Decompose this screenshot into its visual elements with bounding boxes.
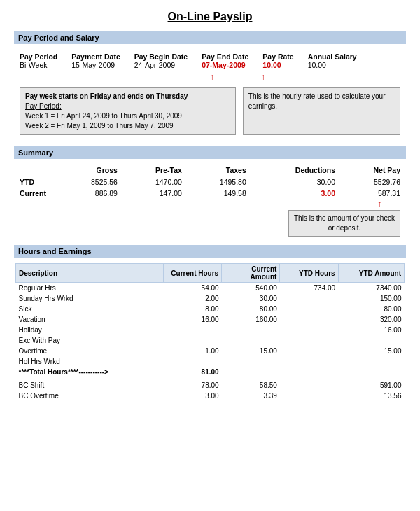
summary-table: Gross Pre-Tax Taxes Deductions Net Pay Y…	[15, 164, 405, 199]
ytd-netpay: 5529.76	[340, 176, 405, 188]
he-ytd-hours-bc-overtime	[280, 391, 338, 401]
he-total-desc: ****Total Hours****----------->	[16, 367, 164, 377]
he-total-ytd-hours	[280, 367, 338, 377]
pay-rate-note-text: This is the hourly rate used to calculat…	[248, 92, 386, 110]
he-desc-hol-hrs-wrkd: Hol Hrs Wrkd	[16, 356, 164, 367]
he-cur-hours-overtime: 1.00	[163, 346, 221, 356]
payment-date-value: 15-May-2009	[71, 61, 115, 69]
payment-date-label: Payment Date	[71, 52, 120, 61]
he-cur-amount-sunday: 30.00	[222, 293, 280, 304]
he-cur-hours-sick: 8.00	[163, 304, 221, 314]
he-col-desc: Description	[16, 264, 164, 283]
he-desc-sunday: Sunday Hrs Wrkd	[16, 293, 164, 304]
he-ytd-amount-overtime: 15.00	[338, 346, 404, 356]
pay-period-label: Pay Period	[20, 52, 57, 61]
pay-period-note: Pay week starts on Friday and ends on Th…	[20, 88, 236, 135]
pay-rate-arrow: ↑	[261, 72, 265, 82]
he-desc-bc-overtime: BC Overtime	[16, 391, 164, 401]
pay-end-arrow: ↑	[210, 72, 214, 82]
net-pay-note-container: This is the amount of your check or depo…	[15, 210, 405, 237]
he-cur-hours-hol	[163, 356, 221, 367]
he-cur-hours-sunday: 2.00	[163, 293, 221, 304]
he-total-cur-hours: 81.00	[163, 367, 221, 377]
summary-col-pretax: Pre-Tax	[122, 164, 186, 176]
he-cur-amount-bc-overtime: 3.39	[222, 391, 280, 401]
page-title: On-Line Payslip	[14, 10, 406, 23]
he-ytd-amount-bc-shift: 591.00	[338, 380, 404, 391]
summary-current-row: Current 886.89 147.00 149.58 3.00 587.31	[15, 188, 405, 199]
current-label: Current	[15, 188, 57, 199]
ytd-gross: 8525.56	[57, 176, 122, 188]
he-total-row: ****Total Hours****-----------> 81.00	[16, 367, 405, 377]
annual-salary-col: Annual Salary 10.00	[308, 52, 357, 69]
current-deductions: 3.00	[251, 188, 340, 199]
he-total-ytd-amount	[338, 367, 404, 377]
annual-salary-label: Annual Salary	[308, 52, 357, 61]
summary-col-gross: Gross	[57, 164, 122, 176]
he-cur-hours-regular: 54.00	[163, 283, 221, 294]
annual-salary-value: 10.00	[308, 61, 326, 69]
summary-col-deductions: Deductions	[251, 164, 340, 176]
he-col-cur-hours: Current Hours	[163, 264, 221, 283]
he-row-exc-with-pay: Exc With Pay	[16, 335, 405, 346]
current-taxes: 149.58	[186, 188, 251, 199]
he-ytd-hours-sick	[280, 304, 338, 314]
net-pay-note: This is the amount of your check or depo…	[288, 210, 400, 237]
he-row-overtime: Overtime 1.00 15.00 15.00	[16, 346, 405, 356]
he-ytd-amount-hol	[338, 356, 404, 367]
he-cur-amount-hol	[222, 356, 280, 367]
summary-ytd-row: YTD 8525.56 1470.00 1495.80 30.00 5529.7…	[15, 176, 405, 188]
current-pretax: 147.00	[122, 188, 186, 199]
summary-section: Summary Gross Pre-Tax Taxes Deductions N…	[14, 146, 406, 237]
he-cur-amount-regular: 540.00	[222, 283, 280, 294]
current-gross: 886.89	[57, 188, 122, 199]
payment-date-col: Payment Date 15-May-2009	[71, 52, 120, 69]
he-ytd-hours-hol	[280, 356, 338, 367]
he-desc-vacation: Vacation	[16, 314, 164, 325]
pay-end-value: 07-May-2009	[202, 61, 245, 69]
he-row-sick: Sick 8.00 80.00 80.00	[16, 304, 405, 314]
he-row-sunday: Sunday Hrs Wrkd 2.00 30.00 150.00	[16, 293, 405, 304]
pay-period-value: Bi-Week	[20, 61, 47, 69]
pay-period-note-label: Pay Period:	[25, 102, 62, 110]
summary-col-netpay: Net Pay	[340, 164, 405, 176]
he-desc-holiday: Holiday	[16, 325, 164, 335]
he-cur-hours-holiday	[163, 325, 221, 335]
pay-rate-label: Pay Rate	[262, 52, 293, 61]
he-ytd-amount-regular: 7340.00	[338, 283, 404, 294]
he-ytd-hours-sunday	[280, 293, 338, 304]
he-desc-sick: Sick	[16, 304, 164, 314]
pay-period-col: Pay Period Bi-Week	[20, 52, 57, 69]
pay-rate-value: 10.00	[262, 61, 281, 69]
he-ytd-hours-exc	[280, 335, 338, 346]
he-ytd-amount-bc-overtime: 13.56	[338, 391, 404, 401]
current-netpay: 587.31	[340, 188, 405, 199]
note-boxes: Pay week starts on Friday and ends on Th…	[15, 85, 405, 138]
pay-period-week1: Week 1 = Fri April 24, 2009 to Thurs Apr…	[25, 112, 182, 120]
he-row-bc-overtime: BC Overtime 3.00 3.39 13.56	[16, 391, 405, 401]
he-row-hol-hrs-wrkd: Hol Hrs Wrkd	[16, 356, 405, 367]
he-col-ytd-hours: YTD Hours	[280, 264, 338, 283]
pay-period-row: Pay Period Bi-Week Payment Date 15-May-2…	[15, 50, 405, 72]
pay-period-header: Pay Period and Salary	[14, 31, 406, 44]
he-desc-exc-with-pay: Exc With Pay	[16, 335, 164, 346]
he-ytd-amount-vacation: 320.00	[338, 314, 404, 325]
he-desc-bc-shift: BC Shift	[16, 380, 164, 391]
he-ytd-amount-sick: 80.00	[338, 304, 404, 314]
summary-col-taxes: Taxes	[186, 164, 251, 176]
he-cur-amount-exc	[222, 335, 280, 346]
he-cur-amount-vacation: 160.00	[222, 314, 280, 325]
he-col-cur-amount: Current Amount	[222, 264, 280, 283]
hours-earnings-header: Hours and Earnings	[14, 245, 406, 258]
hours-earnings-table: Description Current Hours Current Amount…	[15, 263, 405, 401]
he-cur-hours-bc-shift: 78.00	[163, 380, 221, 391]
he-ytd-hours-holiday	[280, 325, 338, 335]
he-ytd-hours-bc-shift	[280, 380, 338, 391]
pay-period-week2: Week 2 = Fri May 1, 2009 to Thurs May 7,…	[25, 122, 174, 130]
he-ytd-amount-sunday: 150.00	[338, 293, 404, 304]
ytd-deductions: 30.00	[251, 176, 340, 188]
pay-begin-label: Pay Begin Date	[134, 52, 188, 61]
he-col-ytd-amount: YTD Amount	[338, 264, 404, 283]
he-ytd-hours-vacation	[280, 314, 338, 325]
summary-col-label	[15, 164, 57, 176]
